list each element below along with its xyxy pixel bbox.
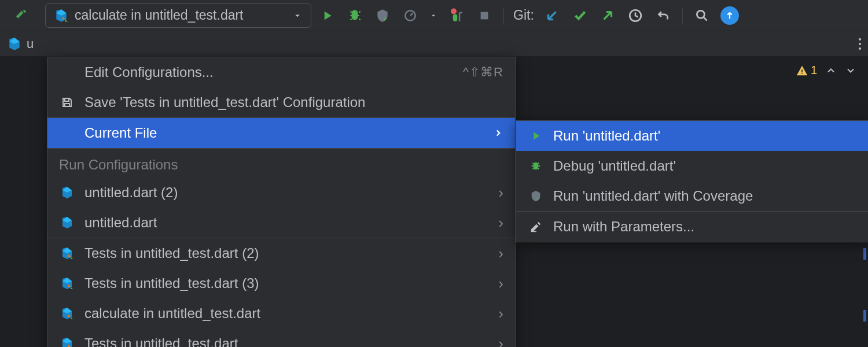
svg-point-4 [697,10,704,18]
menu-run-config-item[interactable]: Tests in untitled_test.dart › [47,328,515,347]
warnings-badge[interactable]: 1 [796,64,817,77]
debug-button[interactable] [343,3,367,28]
stop-button[interactable] [472,3,496,28]
vcs-push-button[interactable] [595,3,620,28]
editor-tab-bar: u [0,31,868,57]
dart-test-icon [59,307,75,320]
menu-section-header: Run Configurations [47,149,515,178]
menu-run-config-item[interactable]: untitled.dart (2) › [47,178,515,208]
submenu-run-params[interactable]: Run with Parameters... [516,212,868,242]
dart-test-icon [59,337,75,347]
history-button[interactable] [623,3,648,28]
vcs-update-button[interactable] [540,3,564,28]
dart-test-icon [54,8,69,23]
menu-current-file[interactable]: Current File [47,118,515,148]
vcs-commit-button[interactable] [568,3,592,28]
attach-debugger-button[interactable] [444,3,469,28]
build-button[interactable] [9,3,33,28]
run-config-label: calculate in untitled_test.dart [75,8,244,23]
chevron-right-icon [493,128,503,138]
more-run-options[interactable] [426,3,441,28]
tab-filename[interactable]: u [27,36,34,51]
submenu-coverage[interactable]: Run 'untitled.dart' with Coverage [516,181,868,211]
current-file-submenu: Run 'untitled.dart' Debug 'untitled.dart… [516,120,868,242]
shortcut-label: ^⇧⌘R [463,65,503,80]
search-button[interactable] [690,3,714,28]
run-icon [528,130,544,142]
debug-icon [528,160,544,172]
save-icon [59,95,75,109]
chevron-right-icon: › [498,214,503,232]
chevron-right-icon: › [498,305,503,323]
dart-icon [59,216,75,230]
separator [503,8,504,24]
profile-button[interactable] [398,3,422,28]
run-config-dropdown: Edit Configurations... ^⇧⌘R Save 'Tests … [47,57,516,347]
run-config-selector[interactable]: calculate in untitled_test.dart [45,3,311,28]
git-label: Git: [513,8,534,23]
dart-file-icon [7,36,22,51]
menu-run-config-item[interactable]: Tests in untitled_test.dart (3) › [47,268,515,298]
rollback-button[interactable] [651,3,675,28]
chevron-up-icon[interactable] [825,65,837,76]
coverage-icon [528,190,544,202]
svg-rect-2 [481,12,488,19]
chevron-right-icon: › [498,245,503,263]
chevron-down-icon [292,10,303,21]
dart-test-icon [59,246,75,260]
chevron-down-icon[interactable] [845,65,856,76]
editor-more-icon[interactable] [859,38,861,50]
sync-button[interactable] [718,3,742,28]
menu-save-configuration[interactable]: Save 'Tests in untitled_test.dart' Confi… [47,87,515,117]
chevron-right-icon: › [498,184,503,202]
chevron-right-icon: › [498,275,503,293]
submenu-debug[interactable]: Debug 'untitled.dart' [516,151,868,181]
separator [682,8,683,24]
dart-icon [59,186,75,200]
menu-edit-configurations[interactable]: Edit Configurations... ^⇧⌘R [47,57,515,87]
svg-point-1 [451,8,457,14]
main-toolbar: calculate in untitled_test.dart Git: [0,0,868,31]
chevron-right-icon: › [498,335,503,348]
dart-test-icon [59,276,75,290]
menu-run-config-item[interactable]: untitled.dart › [47,208,515,238]
run-button[interactable] [315,3,339,28]
edit-icon [528,220,544,233]
menu-run-config-item[interactable]: calculate in untitled_test.dart › [47,298,515,328]
submenu-run[interactable]: Run 'untitled.dart' [516,121,868,151]
coverage-button[interactable] [370,3,395,28]
menu-run-config-item[interactable]: Tests in untitled_test.dart (2) › [47,238,515,268]
